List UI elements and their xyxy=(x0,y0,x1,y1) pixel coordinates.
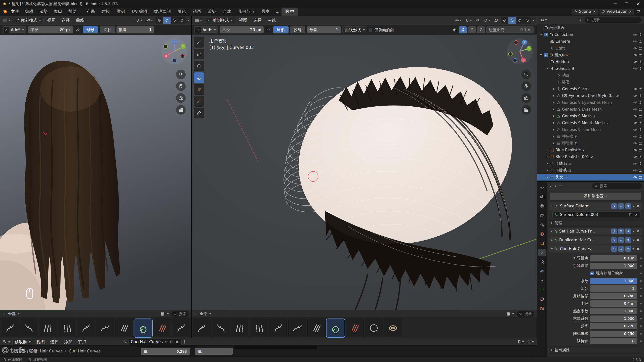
front-faces-checkbox[interactable]: 仅前面的面 xyxy=(369,27,394,33)
tool-paint-brush[interactable] xyxy=(194,37,204,48)
symmetry-z-toggle[interactable]: Z xyxy=(477,26,485,33)
tool-add-brush[interactable] xyxy=(194,72,204,83)
collision-distance-field[interactable]: 碰撞距离 0.1 m xyxy=(486,26,534,33)
pan-button[interactable] xyxy=(176,81,186,91)
viewlayer-selector[interactable]: ViewLayer xyxy=(599,8,634,15)
menu-icon[interactable] xyxy=(2,312,6,316)
render-visibility-icon[interactable] xyxy=(638,121,642,125)
menu-window[interactable]: 窗口 xyxy=(51,8,65,15)
tab-render[interactable] xyxy=(538,193,546,201)
properties-search-input[interactable]: 搜索 xyxy=(592,183,642,189)
render-visibility-icon[interactable] xyxy=(638,87,642,91)
curve-shape-select[interactable]: 曲线形状 xyxy=(342,26,367,33)
brush-asset-thumbnail[interactable] xyxy=(250,319,268,337)
delete-modifier-icon[interactable] xyxy=(636,238,640,242)
tab-texture[interactable] xyxy=(538,305,546,312)
falloff-sphere-toggle[interactable]: 球形 xyxy=(83,26,98,33)
render-visibility-icon[interactable] xyxy=(638,46,642,50)
symmetry-x-toggle[interactable]: X xyxy=(459,26,467,33)
tool-snake-hook-brush[interactable] xyxy=(194,96,204,107)
eye-icon[interactable] xyxy=(633,114,637,118)
value-node-slider-2[interactable]: 值 xyxy=(195,348,233,355)
eye-icon[interactable] xyxy=(633,39,637,43)
extras-menu-icon[interactable] xyxy=(632,248,634,250)
eye-icon[interactable] xyxy=(633,87,637,91)
geometry-node-editor-canvas[interactable]: 头发 › Curl Hair Curves › Curl Hair Curves… xyxy=(0,346,537,357)
start-offset-field[interactable]: 0.740 xyxy=(590,293,637,299)
tab-animation[interactable]: 动画 xyxy=(189,8,204,16)
brush-asset-thumbnail[interactable] xyxy=(346,319,364,337)
tab-physics[interactable] xyxy=(538,267,546,275)
eye-icon[interactable] xyxy=(633,53,637,57)
brush-asset-thumbnail[interactable] xyxy=(77,319,95,337)
viewport-center-3d-view[interactable]: 用户透视 (1) 头发 | Curves.003 Z Y X xyxy=(192,35,537,310)
shading-wireframe-button[interactable] xyxy=(501,17,508,24)
filter-icon[interactable] xyxy=(578,18,582,22)
outliner-row-g9-eyebrows[interactable]: G9 Eyebrows Card Style 0... xyxy=(537,92,644,99)
outliner-row-genesis9-data[interactable]: Genesis 9270 xyxy=(537,85,644,92)
eye-icon[interactable] xyxy=(633,128,637,132)
outliner-row-jinglingdaz[interactable]: 精灵daz xyxy=(537,52,644,58)
render-toggle[interactable] xyxy=(625,203,631,209)
outliner-row-g9-tear[interactable]: Genesis 9 Tear Mesh xyxy=(537,126,644,133)
remove-viewlayer-icon[interactable] xyxy=(629,10,632,13)
outliner-row-zhong-jiemao[interactable]: 种睫毛 xyxy=(537,140,644,147)
manage-panel[interactable]: 管理 xyxy=(549,219,642,227)
modifier-set-hair-curve[interactable]: Set Hair Curve Pr... xyxy=(549,227,642,235)
shading-rendered-button[interactable] xyxy=(178,17,186,24)
modifier-curl-hair-curves[interactable]: Curl Hair Curves xyxy=(549,245,642,253)
render-visibility-icon[interactable] xyxy=(638,33,642,37)
edit-mode-toggle[interactable] xyxy=(611,203,617,209)
brush-asset-thumbnail[interactable] xyxy=(384,319,402,337)
asset-search-input[interactable]: 搜索 xyxy=(516,311,535,317)
menu-curves[interactable]: 曲线 xyxy=(74,17,87,24)
tab-uv-editing[interactable]: UV 编辑 xyxy=(129,8,151,16)
render-visibility-icon[interactable] xyxy=(638,134,642,139)
tool-comb-brush[interactable] xyxy=(194,49,204,59)
scene-selector[interactable]: Scene xyxy=(572,8,599,15)
count-field[interactable]: 数量 1 xyxy=(307,26,341,33)
eye-icon[interactable] xyxy=(633,107,637,111)
output-attributes-panel[interactable]: 输出属性 xyxy=(549,346,642,353)
menu-file[interactable]: 文件 xyxy=(8,8,22,15)
node-tree-name-field[interactable]: Curl Hair Curves xyxy=(128,339,182,345)
menu-icon[interactable] xyxy=(194,312,198,316)
add-workspace-button[interactable]: + xyxy=(273,9,281,16)
brush-asset-thumbnail[interactable] xyxy=(231,319,249,337)
unlink-icon[interactable] xyxy=(635,213,638,216)
brush-selector[interactable]: Add* xyxy=(194,26,218,33)
snap-button[interactable] xyxy=(464,17,473,24)
eye-icon[interactable] xyxy=(633,134,637,139)
projection-toggle[interactable]: 投射 xyxy=(290,26,305,33)
eye-icon[interactable] xyxy=(633,60,637,64)
realtime-toggle[interactable] xyxy=(618,237,624,243)
expand-icon[interactable] xyxy=(551,248,553,250)
edit-mode-toggle[interactable] xyxy=(611,237,617,243)
eye-icon[interactable] xyxy=(633,46,637,50)
tab-modifiers[interactable] xyxy=(538,249,546,256)
blender-menu-icon[interactable] xyxy=(3,9,8,14)
brush-asset-thumbnail[interactable] xyxy=(96,319,114,337)
camera-view-button[interactable] xyxy=(176,93,186,103)
tool-density-brush[interactable] xyxy=(194,61,204,71)
subdivision-field[interactable]: 1 xyxy=(590,285,637,292)
mode-select[interactable]: 雕刻模式 xyxy=(13,17,44,24)
fake-user-heart-icon[interactable] xyxy=(165,340,168,344)
factor-slider[interactable]: 1.000 xyxy=(590,278,637,284)
tab-shading[interactable]: 着色 xyxy=(174,8,189,16)
delete-modifier-icon[interactable] xyxy=(636,247,640,251)
outliner-row-blue-realistic-001[interactable]: Blue Realistic.001 xyxy=(537,153,644,160)
brush-asset-thumbnail-active[interactable] xyxy=(327,319,345,337)
menu-help[interactable]: 帮助 xyxy=(65,8,79,15)
modifier-surface-deform[interactable]: Surface Deform xyxy=(549,202,642,210)
ortho-toggle-button[interactable] xyxy=(176,105,186,115)
pin-icon[interactable] xyxy=(183,340,187,344)
tab-scripting[interactable]: 脚本 xyxy=(258,8,273,16)
node-group-selector[interactable]: Surface Deform.003 xyxy=(552,211,640,218)
render-visibility-icon[interactable] xyxy=(638,94,642,98)
factor-end-field[interactable]: 1.000 xyxy=(590,315,637,322)
render-visibility-icon[interactable] xyxy=(638,101,642,105)
realtime-toggle[interactable] xyxy=(618,203,624,209)
brush-asset-thumbnail[interactable] xyxy=(115,319,133,337)
outliner-row-pose[interactable]: 姿态 xyxy=(537,79,644,85)
